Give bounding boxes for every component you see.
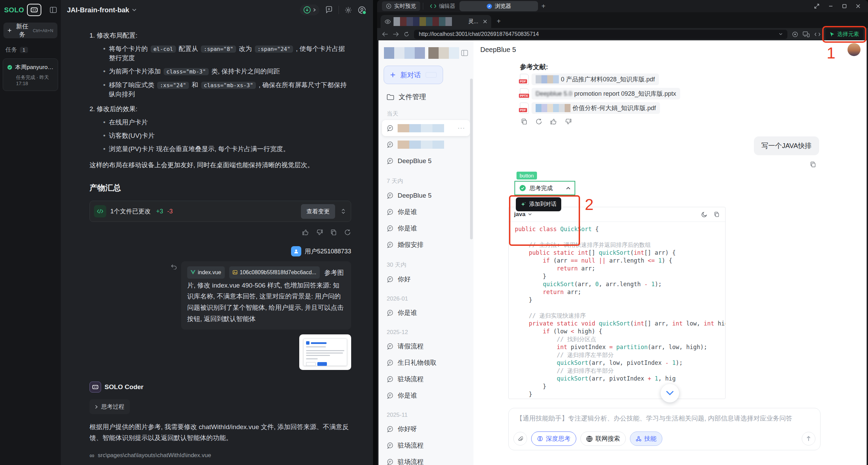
regenerate-icon[interactable] — [344, 229, 351, 236]
chat-history-item[interactable]: 你是谁 — [382, 204, 470, 220]
chat-history-item[interactable] — [382, 136, 470, 152]
code-content[interactable]: public class QuickSort { // 主方法: 调用快速排序并… — [509, 222, 725, 398]
reference-file-item[interactable]: 0 产品推广材料0928_知识库版.pdf — [520, 74, 680, 85]
web-search-button[interactable]: 联网搜索 — [580, 431, 626, 446]
back-icon[interactable] — [382, 32, 388, 37]
chevron-down-icon[interactable] — [779, 33, 783, 36]
thumbs-up-icon[interactable] — [302, 229, 309, 236]
add-to-chat-tooltip[interactable]: 添加到对话 — [516, 197, 561, 211]
expand-toggle-icon[interactable] — [339, 209, 347, 214]
detach-window-icon[interactable] — [814, 3, 819, 9]
task-item[interactable]: 本周panyurou的... 任务完成 · 昨天 17:18 — [3, 58, 58, 91]
browser-tab[interactable]: 灵... — [381, 15, 491, 28]
task-title: 本周panyurou的... — [15, 63, 54, 71]
file-manager-item[interactable]: 文件管理 — [387, 92, 465, 102]
reference-file-item[interactable]: 价值分析-何大娟_知识库版.pdf — [520, 102, 680, 114]
copy-icon[interactable] — [330, 229, 337, 236]
copy-icon[interactable] — [810, 161, 816, 168]
close-icon[interactable] — [856, 4, 860, 9]
tab-browser[interactable]: 浏览器 — [459, 1, 538, 11]
close-tab-icon[interactable] — [483, 19, 487, 24]
chat-history-item[interactable]: 婚假安排 — [382, 237, 470, 253]
user-name: 用户5251088733 — [305, 247, 351, 255]
url-input[interactable]: http://localhost:3001/chat/2026918764750… — [414, 30, 787, 39]
panel-collapse-icon[interactable] — [50, 7, 57, 13]
conversation-scroll[interactable]: 1. 修改布局配置: •将每个卡片的 el-col 配置从 :span="8" … — [89, 20, 351, 465]
deep-think-button[interactable]: 深度思考 — [531, 431, 576, 446]
attached-image-chip[interactable]: 106c0809b55f818fd7ebc6acd... — [229, 266, 320, 279]
eye-icon — [385, 19, 391, 24]
reload-icon[interactable] — [404, 31, 409, 37]
link-icon: ∞ — [89, 452, 94, 459]
select-element-button[interactable]: 选择元素 — [825, 29, 863, 40]
chevron-down-icon[interactable] — [528, 213, 532, 216]
profile-avatar[interactable] — [848, 43, 860, 56]
devices-icon[interactable] — [803, 31, 810, 37]
browser-toolbar: http://localhost:3001/chat/2026918764750… — [377, 28, 868, 40]
devtools-icon[interactable] — [814, 32, 821, 37]
live-preview-icon — [386, 3, 391, 9]
window-titlebar: 实时预览 编辑器 浏览器 + — [377, 0, 868, 12]
thumbs-up-icon[interactable] — [550, 118, 557, 125]
scroll-to-bottom-button[interactable] — [661, 384, 679, 402]
chat-history-item[interactable]: 驻场流程 — [382, 437, 470, 453]
chat-history-item[interactable]: DeepBlue 5 — [382, 187, 470, 203]
attached-file-chip[interactable]: index.vue — [187, 266, 225, 279]
chat-app-sidebar: 新对话 文件管理 当天···DeepBlue 57 天内DeepBlue 5你是… — [378, 40, 473, 465]
add-tab-icon[interactable]: + — [541, 2, 546, 10]
chat-history-item[interactable]: 你是谁 — [382, 305, 470, 321]
sidebar-collapse-icon[interactable] — [461, 50, 468, 56]
gear-icon[interactable] — [344, 6, 352, 14]
item-menu-icon[interactable]: ··· — [458, 125, 465, 131]
project-chevron-icon[interactable] — [132, 8, 137, 12]
tab-live-preview[interactable]: 实时预览 — [382, 1, 420, 11]
account-icon[interactable] — [358, 6, 366, 14]
maximize-icon[interactable] — [842, 4, 847, 9]
forward-icon[interactable] — [393, 32, 399, 37]
download-circle-icon — [303, 6, 311, 14]
reference-file-item[interactable]: Deepblue 5.0 promotion report 0928_知识库版.… — [520, 88, 680, 99]
censored-tab-title — [394, 17, 466, 26]
sparkle-icon — [521, 202, 526, 207]
chat-history-item[interactable]: 你是谁 — [382, 220, 470, 236]
chat-history-item[interactable]: DeepBlue 5 — [382, 153, 470, 169]
tab-editor[interactable]: 编辑器 — [426, 1, 459, 11]
theme-moon-icon[interactable] — [701, 211, 707, 217]
chat-history-item[interactable]: 驻场流程 — [382, 371, 470, 387]
chat-history-item[interactable]: 驻场流程 — [382, 454, 470, 465]
thinking-done-button[interactable]: 思考完成 — [514, 181, 575, 195]
copy-icon[interactable] — [521, 118, 528, 125]
thumbs-down-icon[interactable] — [565, 118, 572, 125]
chat-history-item[interactable]: 生日礼物领取 — [382, 355, 470, 371]
new-chat-button[interactable]: 新对话 — [384, 66, 443, 84]
code-language[interactable]: java — [514, 211, 525, 218]
attach-button[interactable] — [513, 432, 527, 446]
attached-image-thumbnail[interactable] — [299, 334, 351, 370]
copy-icon[interactable] — [714, 211, 720, 217]
artifact-card[interactable]: 1个文件已更改 +3 -3 查看变更 — [89, 201, 351, 222]
view-changes-button[interactable]: 查看变更 — [301, 204, 335, 219]
regenerate-icon[interactable] — [535, 118, 542, 125]
chat-input-box[interactable]: 【通用技能助手】专注逻辑分析、办公技能、学习与生活相关问题, 内部信息请选择对应… — [508, 408, 821, 450]
thumbs-down-icon[interactable] — [316, 229, 323, 236]
send-button[interactable] — [802, 432, 815, 446]
minimize-icon[interactable] — [828, 4, 833, 9]
run-status-pill[interactable] — [300, 4, 319, 15]
revert-icon[interactable] — [171, 264, 177, 269]
history-section-label: 2025-12 — [378, 327, 473, 338]
skills-button[interactable]: 技能 — [630, 431, 662, 446]
plus-icon — [390, 72, 396, 78]
chat-history-item[interactable]: 请假流程 — [382, 338, 470, 354]
new-task-button[interactable]: 新任务 Ctrl+Alt+N — [3, 23, 57, 38]
chat-bubble-icon — [387, 141, 394, 148]
new-tab-icon[interactable]: + — [497, 17, 501, 28]
sidebar-scrollbar[interactable] — [470, 79, 473, 239]
chat-history-item[interactable]: 你好呀 — [382, 421, 470, 437]
new-chat-bubble-icon[interactable] — [325, 6, 333, 14]
thinking-process-toggle[interactable]: 思考过程 — [89, 399, 130, 414]
chat-history-item[interactable]: 你好 — [382, 271, 470, 287]
file-link-row[interactable]: ∞ src\pages\chat\layouts\chatWithId\inde… — [89, 452, 351, 459]
chat-history-item[interactable]: ··· — [382, 120, 470, 136]
record-icon[interactable] — [792, 31, 798, 37]
chat-history-item[interactable]: 你是谁 — [382, 387, 470, 403]
